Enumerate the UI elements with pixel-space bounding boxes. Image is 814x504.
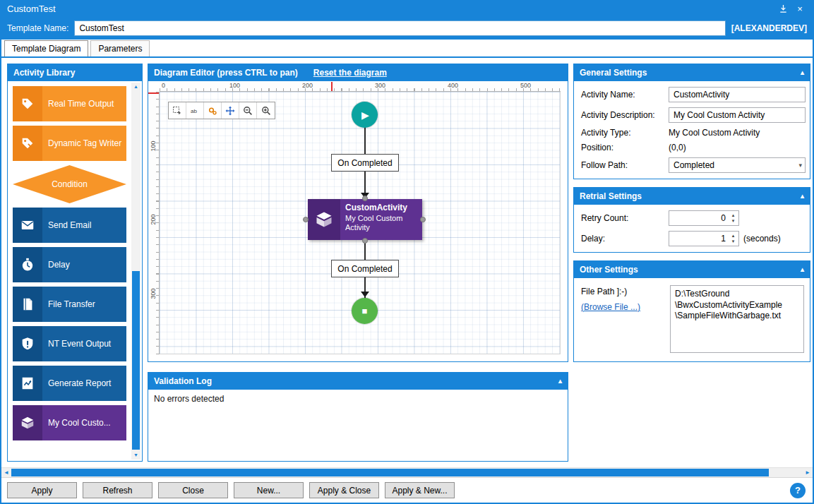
- stepper-buttons[interactable]: ▴ ▾: [729, 212, 738, 224]
- spin-up-icon[interactable]: ▴: [729, 233, 738, 239]
- spin-down-icon[interactable]: ▾: [729, 218, 738, 224]
- ruler-label: 300: [375, 82, 385, 89]
- connector-dot[interactable]: [420, 217, 426, 222]
- horizontal-scrollbar[interactable]: ◄ ►: [1, 467, 813, 477]
- diagram-editor-header: Diagram Editor (press CTRL to pan) Reset…: [148, 64, 568, 81]
- text-tool-icon[interactable]: ab: [186, 102, 204, 119]
- library-scrollbar-thumb[interactable]: [132, 271, 140, 450]
- activity-library-title: Activity Library: [13, 68, 75, 78]
- zoom-out-tool-icon[interactable]: [239, 102, 257, 119]
- activity-item-nt-event-output[interactable]: NT Event Output: [13, 326, 126, 361]
- zoom-in-tool-icon[interactable]: [257, 102, 275, 119]
- help-button[interactable]: ?: [790, 483, 806, 498]
- new-button[interactable]: New...: [234, 482, 304, 498]
- download-icon[interactable]: [774, 1, 791, 16]
- ruler-label: 500: [520, 82, 531, 89]
- main-area: Activity Library Real Time Output Dynami…: [1, 58, 813, 467]
- connector-dot[interactable]: [362, 196, 368, 201]
- scroll-down-icon[interactable]: ▼: [131, 451, 140, 460]
- follow-path-value: Completed: [674, 160, 798, 170]
- vertical-ruler: 100 200 300: [148, 92, 160, 354]
- stepper-buttons[interactable]: ▴ ▾: [729, 232, 738, 245]
- collapse-icon[interactable]: ▴: [801, 193, 804, 200]
- template-name-input[interactable]: [74, 20, 725, 36]
- report-icon: [13, 366, 42, 401]
- end-node[interactable]: ■: [352, 298, 378, 324]
- reset-diagram-link[interactable]: Reset the diagram: [313, 68, 387, 78]
- tab-parameters[interactable]: Parameters: [90, 40, 150, 56]
- activity-item-real-time-output[interactable]: Real Time Output: [13, 86, 126, 121]
- file-path-value[interactable]: D:\TestGround \BwxCustomActivityExample …: [670, 285, 804, 353]
- activity-item-send-email[interactable]: Send Email: [13, 208, 126, 243]
- ruler-cursor-marker: [331, 82, 333, 91]
- activity-name-input[interactable]: [669, 87, 806, 102]
- ruler-label: 400: [448, 82, 458, 89]
- activity-item-label: Condition: [52, 179, 88, 189]
- envelope-icon: [13, 208, 42, 243]
- other-settings-body: File Path ]:-) (Browse File ...) D:\Test…: [574, 278, 810, 361]
- connector-dot[interactable]: [362, 238, 368, 244]
- ruler-label: 200: [150, 209, 157, 230]
- position-label: Position:: [581, 143, 666, 152]
- select-tool-icon[interactable]: [169, 102, 186, 119]
- retry-count-stepper[interactable]: ▴ ▾: [669, 210, 739, 226]
- diagram-editor-panel: Diagram Editor (press CTRL to pan) Reset…: [148, 64, 568, 362]
- scroll-right-icon[interactable]: ►: [803, 468, 813, 477]
- retrial-settings-title: Retrial Settings: [580, 191, 642, 201]
- connector-dot[interactable]: [303, 217, 309, 222]
- apply-close-button[interactable]: Apply & Close: [309, 482, 379, 498]
- chevron-down-icon: ▾: [798, 162, 802, 169]
- tag-pencil-icon: [13, 126, 42, 161]
- follow-path-label: Follow Path:: [581, 160, 666, 170]
- ruler-label: 200: [302, 82, 313, 89]
- scroll-up-icon[interactable]: ▲: [131, 83, 140, 91]
- settings-tool-icon[interactable]: [204, 102, 222, 119]
- app-window: CustomTest × Template Name: [ALEXANDERDE…: [0, 0, 814, 504]
- activity-item-file-transfer[interactable]: File Transfer: [13, 287, 126, 322]
- activity-description-input[interactable]: [669, 107, 806, 123]
- activity-description-label: Activity Description:: [581, 110, 666, 120]
- other-settings-panel: Other Settings ▴ File Path ]:-) (Browse …: [573, 260, 810, 362]
- template-name-label: Template Name:: [7, 23, 68, 33]
- activity-type-label: Activity Type:: [581, 128, 666, 138]
- diagram-editor-body: 0 100 200 300 400 500 100 200 300: [148, 81, 568, 361]
- other-settings-header: Other Settings ▴: [574, 261, 810, 278]
- horizontal-scrollbar-thumb[interactable]: [11, 469, 769, 476]
- close-button[interactable]: Close: [158, 482, 228, 498]
- library-scrollbar[interactable]: ▲ ▼: [131, 83, 140, 460]
- scroll-left-icon[interactable]: ◄: [1, 468, 11, 477]
- footer-bar: Apply Refresh Close New... Apply & Close…: [1, 477, 813, 503]
- activity-item-dynamic-tag-writer[interactable]: Dynamic Tag Writer: [13, 126, 126, 161]
- delay-stepper[interactable]: ▴ ▾: [669, 231, 739, 246]
- activity-item-delay[interactable]: Delay: [13, 247, 126, 282]
- refresh-button[interactable]: Refresh: [83, 482, 152, 498]
- edge-label-on-completed[interactable]: On Completed: [331, 260, 399, 277]
- diagram-toolbar: ab: [168, 102, 275, 119]
- close-icon[interactable]: ×: [791, 1, 808, 16]
- follow-path-dropdown[interactable]: Completed ▾: [669, 157, 806, 173]
- edge-label-on-completed[interactable]: On Completed: [331, 154, 399, 172]
- activity-item-label: Real Time Output: [42, 86, 126, 121]
- activity-item-condition[interactable]: Condition: [13, 165, 126, 203]
- spin-down-icon[interactable]: ▾: [729, 239, 738, 244]
- spin-up-icon[interactable]: ▴: [729, 212, 738, 218]
- collapse-icon[interactable]: ▴: [558, 378, 562, 385]
- apply-button[interactable]: Apply: [7, 482, 77, 498]
- collapse-icon[interactable]: ▴: [801, 266, 804, 273]
- custom-activity-node[interactable]: CustomActivity My Cool Custom Activity: [308, 199, 422, 240]
- start-node[interactable]: ▶: [352, 102, 378, 128]
- tab-template-diagram[interactable]: Template Diagram: [4, 40, 88, 56]
- horizontal-scrollbar-track[interactable]: [11, 468, 803, 477]
- diagram-canvas[interactable]: ab: [160, 92, 561, 354]
- activity-item-generate-report[interactable]: Generate Report: [13, 366, 126, 401]
- cube-icon: [308, 199, 340, 240]
- center-column: Diagram Editor (press CTRL to pan) Reset…: [148, 64, 568, 462]
- retry-count-label: Retry Count:: [581, 213, 666, 223]
- browse-file-link[interactable]: (Browse File ...): [581, 302, 664, 312]
- collapse-icon[interactable]: ▴: [801, 69, 804, 76]
- pan-tool-icon[interactable]: [222, 102, 239, 119]
- activity-item-my-cool-custom[interactable]: My Cool Custo...: [13, 405, 126, 440]
- activity-name-label: Activity Name:: [581, 90, 666, 100]
- other-settings-title: Other Settings: [580, 265, 638, 275]
- apply-new-button[interactable]: Apply & New...: [385, 482, 455, 498]
